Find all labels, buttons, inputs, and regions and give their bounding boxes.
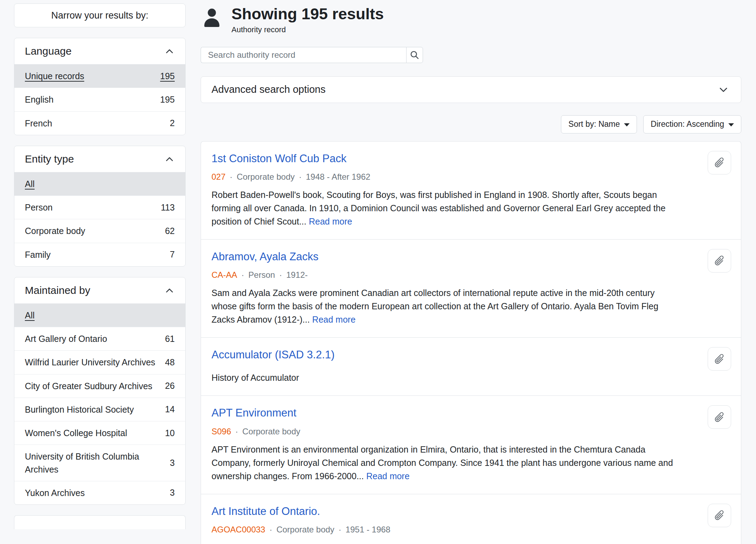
facet-item[interactable]: Wilfrid Laurier University Archives 48 (14, 350, 185, 374)
advanced-search-toggle[interactable]: Advanced search options (201, 76, 741, 103)
result-description: Sam and Ayala Zacks were prominent Canad… (211, 286, 709, 326)
result-description: Robert Baden-Powell's book, Scouting for… (211, 188, 709, 228)
facet-list: All Person 113 Corporate body 62 Family … (14, 172, 185, 266)
result-title-link[interactable]: Accumulator (ISAD 3.2.1) (211, 348, 730, 361)
results-main: Showing 195 results Authority record Adv… (201, 5, 741, 544)
read-more-link[interactable]: Read more (309, 216, 352, 226)
facet-item-count: 61 (165, 334, 175, 344)
meta-separator-dot: · (235, 427, 238, 436)
facet-item[interactable]: Unique records 195 (14, 64, 185, 88)
result-title-link[interactable]: APT Environment (211, 406, 730, 419)
facet-item[interactable]: Art Gallery of Ontario 61 (14, 327, 185, 350)
result-identifier: 027 (211, 172, 226, 182)
result-meta: AGOAC00033·Corporate body·1951 - 1968 (211, 525, 730, 535)
narrow-results-header: Narrow your results by: (14, 4, 186, 27)
facet-item-label: Yukon Archives (25, 487, 170, 499)
facet-item-label: Wilfrid Laurier University Archives (25, 356, 165, 369)
paperclip-icon (711, 409, 728, 426)
facet-section-title: Maintained by (25, 284, 90, 296)
result-meta-value: Corporate body (276, 525, 334, 535)
sort-direction-dropdown[interactable]: Direction: Ascending (643, 115, 741, 133)
paperclip-icon (711, 507, 728, 524)
facet-section: Entity type All Person 113 Corporate bod… (14, 146, 186, 267)
facet-section-header[interactable]: Entity type (14, 146, 185, 172)
results-header: Showing 195 results Authority record (201, 5, 741, 34)
facet-item[interactable]: All (14, 172, 185, 195)
search-input[interactable] (201, 47, 406, 63)
result-meta: CA-AA·Person·1912- (211, 270, 730, 280)
facet-item[interactable]: Corporate body 62 (14, 219, 185, 242)
search-button[interactable] (406, 47, 423, 63)
facet-item[interactable]: All (14, 303, 185, 327)
facet-item-label: Women's College Hospital (25, 427, 165, 439)
result-meta: 027·Corporate body·1948 - After 1962 (211, 172, 730, 182)
result-title-link[interactable]: Art Institute of Ontario. (211, 505, 730, 518)
facet-item[interactable]: Burlington Historical Society 14 (14, 398, 185, 421)
facet-item-count: 14 (165, 404, 175, 414)
result-title-link[interactable]: 1st Coniston Wolf Cub Pack (211, 152, 730, 165)
facet-item-count: 195 (160, 95, 175, 105)
facet-list: Unique records 195 English 195 French 2 (14, 64, 185, 135)
facet-item[interactable]: City of Greater Sudbury Archives 26 (14, 374, 185, 398)
facet-item[interactable]: Women's College Hospital 10 (14, 421, 185, 445)
paperclip-icon (711, 252, 728, 269)
facet-item[interactable]: Family 7 (14, 243, 185, 266)
facet-section-title: Language (25, 45, 71, 57)
facet-section: Language Unique records 195 English 195 … (14, 38, 186, 135)
attachment-button[interactable] (708, 151, 731, 174)
result-item: Accumulator (ISAD 3.2.1) History of Accu… (201, 337, 741, 395)
result-item: Art Institute of Ontario. AGOAC00033·Cor… (201, 494, 741, 544)
facet-item-count: 62 (165, 226, 175, 236)
attachment-button[interactable] (708, 249, 731, 273)
sort-by-dropdown[interactable]: Sort by: Name (561, 115, 637, 133)
sort-by-label: Sort by: Name (568, 119, 620, 129)
facet-item-count: 113 (161, 202, 175, 213)
sort-direction-label: Direction: Ascending (651, 119, 724, 129)
facet-item[interactable]: University of British Columbia Archives … (14, 445, 185, 481)
facet-section-header[interactable]: Language (14, 38, 185, 64)
facet-item[interactable]: English 195 (14, 88, 185, 111)
meta-separator-dot: · (230, 172, 233, 182)
meta-separator-dot: · (241, 270, 244, 280)
facet-sections: Language Unique records 195 English 195 … (14, 38, 186, 505)
results-type-subtitle: Authority record (231, 25, 384, 34)
chevron-up-icon (164, 46, 175, 56)
facet-item-label: Burlington Historical Society (25, 403, 165, 416)
read-more-link[interactable]: Read more (312, 315, 356, 324)
attachment-button[interactable] (708, 504, 731, 527)
facet-item-label: English (25, 93, 160, 106)
result-meta: S096·Corporate body (211, 427, 730, 436)
attachment-button[interactable] (708, 347, 731, 371)
facet-section: Maintained by All Art Gallery of Ontario… (14, 277, 186, 505)
result-meta-value: 1912- (286, 270, 307, 280)
facet-item-label: Unique records (25, 70, 160, 82)
search-icon (410, 50, 419, 60)
facet-item[interactable]: Yukon Archives 3 (14, 481, 185, 504)
facet-item-count: 3 (170, 458, 175, 468)
result-meta-value: Corporate body (242, 427, 300, 436)
read-more-link[interactable]: Read more (366, 471, 410, 481)
result-description: History of Accumulator (211, 371, 709, 384)
result-identifier: AGOAC00033 (211, 525, 265, 535)
facet-item[interactable]: Person 113 (14, 195, 185, 219)
chevron-down-icon (718, 84, 729, 95)
result-item: APT Environment S096·Corporate body APT … (201, 395, 741, 494)
advanced-search-label: Advanced search options (211, 84, 326, 95)
attachment-button[interactable] (708, 405, 731, 429)
result-identifier: CA-AA (211, 270, 237, 280)
facet-item-count: 3 (170, 488, 175, 498)
facet-item-count: 48 (165, 357, 175, 367)
result-meta-value: 1948 - After 1962 (306, 172, 370, 182)
meta-separator-dot: · (269, 525, 272, 535)
result-item: Abramov, Ayala Zacks CA-AA·Person·1912- … (201, 239, 741, 337)
result-title-link[interactable]: Abramov, Ayala Zacks (211, 250, 730, 263)
page: Narrow your results by: Language Unique … (0, 0, 756, 544)
facet-item-count: 26 (165, 381, 175, 391)
chevron-up-icon (164, 154, 175, 164)
paperclip-icon (711, 154, 728, 171)
facet-item[interactable]: French 2 (14, 111, 185, 135)
chevron-up-icon (164, 285, 175, 296)
facet-section-header[interactable]: Maintained by (14, 277, 185, 303)
person-icon (201, 6, 223, 30)
facet-section-title: Entity type (25, 153, 74, 165)
